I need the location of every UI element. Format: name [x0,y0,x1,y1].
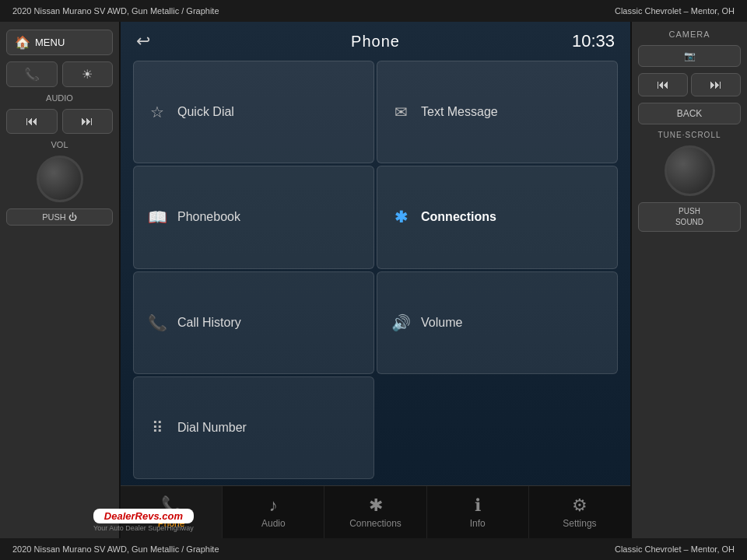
phonebook-icon: 📖 [146,208,168,226]
phone-call-button[interactable]: 📞 [6,61,58,87]
volume-icon: 🔊 [390,313,412,332]
home-icon: 🏠 [15,35,30,50]
volume-menu-button[interactable]: 🔊 Volume [377,271,618,374]
phone-controls-row: 📞 ☀ [6,61,113,87]
nav-phone-icon: 📞 [161,495,182,516]
nav-settings-label: Settings [563,518,596,529]
push-sound-line1: PUSH [645,206,734,217]
main-content: 🏠 MENU 📞 ☀ AUDIO ⏮ ⏭ VOL PUSH ⏻ ↩ Phone … [0,22,747,538]
nav-connections[interactable]: ✱ Connections [324,486,426,538]
nav-audio[interactable]: ♪ Audio [223,486,324,538]
quick-dial-icon: ☆ [146,103,168,121]
nav-info-icon: ℹ [475,495,481,516]
media-controls-row: ⏮ ⏭ [638,73,741,96]
bottom-bar: 2020 Nissan Murano SV AWD, Gun Metallic … [0,538,747,560]
push-sound-line2: SOUND [645,217,734,228]
camera-button[interactable]: 📷 [638,45,741,67]
audio-controls-row: ⏮ ⏭ [6,109,113,134]
back-button[interactable]: ↩ [136,31,150,51]
dial-number-label: Dial Number [177,421,247,435]
nav-phone-label: Phone [158,518,185,529]
top-bar: 2020 Nissan Murano SV AWD, Gun Metallic … [0,0,747,22]
top-bar-left: 2020 Nissan Murano SV AWD, Gun Metallic … [12,6,219,16]
tune-scroll-knob[interactable] [665,145,715,196]
text-message-button[interactable]: ✉ Text Message [377,61,618,163]
nav-settings[interactable]: ⚙ Settings [529,486,630,538]
rp-back-button[interactable]: BACK [638,103,741,124]
nav-bar: 📞 Phone ♪ Audio ✱ Connections ℹ Info ⚙ S… [121,485,630,538]
tune-scroll-label: TUNE·SCROLL [658,131,721,139]
audio-label: AUDIO [6,93,113,103]
nav-connections-icon: ✱ [369,495,383,516]
menu-button[interactable]: 🏠 MENU [6,30,113,55]
phonebook-label: Phonebook [177,210,240,224]
right-panel: CAMERA 📷 ⏮ ⏭ BACK TUNE·SCROLL PUSH SOUND [630,22,747,538]
call-history-icon: 📞 [146,313,168,332]
top-bar-right: Classic Chevrolet – Mentor, OH [615,6,735,16]
text-message-label: Text Message [421,105,498,119]
bluetooth-icon: ✱ [390,208,412,226]
dialpad-icon: ⠿ [146,418,168,437]
call-history-label: Call History [177,316,241,330]
push-sound-button[interactable]: PUSH SOUND [638,202,741,232]
quick-dial-label: Quick Dial [177,105,234,119]
rp-next-button[interactable]: ⏭ [691,73,741,96]
dial-number-button[interactable]: ⠿ Dial Number [133,376,374,479]
text-message-icon: ✉ [390,103,412,121]
nav-settings-icon: ⚙ [572,495,587,516]
screen-time: 10:33 [572,31,615,51]
phone-menu-grid: ☆ Quick Dial ✉ Text Message 📖 Phonebook … [121,58,630,485]
camera-label: CAMERA [668,30,710,39]
infotainment-screen: ↩ Phone 10:33 ☆ Quick Dial ✉ Text Messag… [121,22,630,538]
connections-label: Connections [421,210,496,224]
screen-title: Phone [351,33,400,51]
bottom-bar-right: Classic Chevrolet – Mentor, OH [615,544,735,554]
screen-header: ↩ Phone 10:33 [121,22,630,58]
call-history-button[interactable]: 📞 Call History [133,271,374,374]
bottom-bar-left: 2020 Nissan Murano SV AWD, Gun Metallic … [12,544,219,554]
next-button[interactable]: ⏭ [62,109,114,134]
rp-prev-button[interactable]: ⏮ [638,73,688,96]
grid-spacer [377,376,618,479]
nav-phone[interactable]: 📞 Phone [121,486,223,538]
push-power-button[interactable]: PUSH ⏻ [6,208,113,226]
phonebook-button[interactable]: 📖 Phonebook [133,166,374,268]
volume-label: Volume [421,316,462,330]
nav-connections-label: Connections [349,518,402,529]
nav-audio-icon: ♪ [269,495,278,516]
connections-button[interactable]: ✱ Connections [377,166,618,268]
volume-knob[interactable] [37,156,83,202]
vol-label: VOL [6,140,113,149]
prev-button[interactable]: ⏮ [6,109,58,134]
nav-audio-label: Audio [261,518,286,529]
nav-info[interactable]: ℹ Info [427,486,529,538]
sun-moon-button[interactable]: ☀ [62,61,114,87]
left-panel: 🏠 MENU 📞 ☀ AUDIO ⏮ ⏭ VOL PUSH ⏻ [0,22,121,538]
nav-info-label: Info [470,518,486,529]
quick-dial-button[interactable]: ☆ Quick Dial [133,61,374,163]
